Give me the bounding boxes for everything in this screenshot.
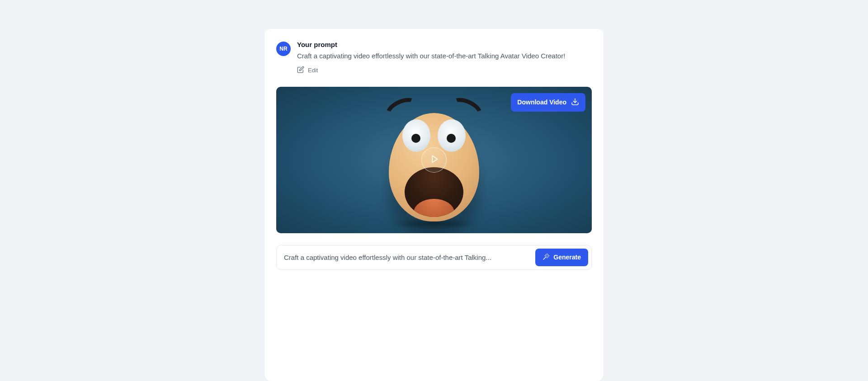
play-button[interactable] (421, 147, 447, 173)
edit-label: Edit (308, 67, 318, 74)
download-icon (571, 98, 579, 107)
prompt-input-row: Generate (276, 245, 592, 270)
generate-button[interactable]: Generate (535, 249, 588, 266)
prompt-header: NR Your prompt Craft a captivating video… (276, 41, 592, 75)
user-avatar: NR (276, 42, 291, 56)
generate-label: Generate (553, 254, 581, 261)
prompt-body: Your prompt Craft a captivating video ef… (297, 41, 592, 75)
video-preview[interactable]: Download Video (276, 87, 592, 233)
magic-wand-icon (542, 253, 550, 262)
edit-icon (297, 66, 304, 75)
result-card: NR Your prompt Craft a captivating video… (264, 29, 604, 381)
prompt-title: Your prompt (297, 41, 592, 48)
prompt-text: Craft a captivating video effortlessly w… (297, 51, 592, 61)
download-video-button[interactable]: Download Video (511, 93, 585, 112)
edit-button[interactable]: Edit (297, 66, 318, 75)
prompt-input[interactable] (284, 254, 530, 261)
play-icon (429, 155, 439, 165)
svg-marker-1 (432, 155, 438, 162)
download-video-label: Download Video (517, 99, 566, 106)
